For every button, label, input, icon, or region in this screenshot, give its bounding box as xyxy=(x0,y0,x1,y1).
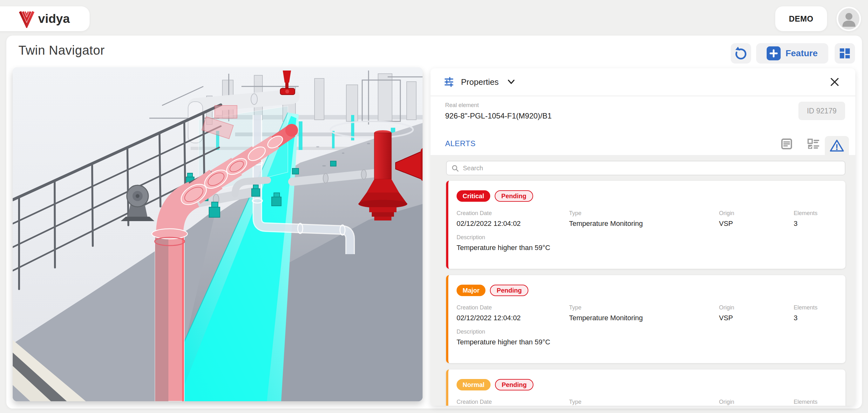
alert-card-normal[interactable]: Normal Pending Creation Date Type Origin… xyxy=(446,370,845,406)
panel-title: Properties xyxy=(461,77,499,87)
description-value: Temperature higher than 59°C xyxy=(457,338,836,346)
severity-badge: Critical xyxy=(457,190,490,202)
twin-3d-scene xyxy=(13,67,423,401)
creation-date-value: 02/12/2022 12:04:02 xyxy=(457,314,569,322)
chevron-down-icon[interactable] xyxy=(507,79,515,86)
severity-badge: Normal xyxy=(457,379,491,390)
properties-panel-header: Properties xyxy=(431,68,855,96)
alert-card-critical[interactable]: Critical Pending Creation Date 02/12/202… xyxy=(446,181,845,269)
demo-button[interactable]: DEMO xyxy=(775,6,827,31)
dashboard-icon xyxy=(838,47,851,60)
origin-value: VSP xyxy=(719,220,794,228)
layout-dashboard-button[interactable] xyxy=(835,43,855,64)
tab-alerts-button[interactable] xyxy=(825,136,849,155)
plus-icon xyxy=(767,46,781,60)
logo-wordmark: vidya xyxy=(38,12,70,26)
tab-checklist-button[interactable] xyxy=(806,136,821,152)
alerts-search xyxy=(446,161,845,176)
creation-date-value: 02/12/2022 12:04:02 xyxy=(457,220,569,228)
status-badge: Pending xyxy=(495,190,533,202)
type-label: Type xyxy=(569,399,719,405)
brand-logo[interactable]: vidya xyxy=(0,6,90,31)
type-label: Type xyxy=(569,304,719,311)
creation-date-label: Creation Date xyxy=(457,399,569,405)
origin-label: Origin xyxy=(719,399,794,405)
elements-value: 3 xyxy=(794,314,836,322)
status-badge: Pending xyxy=(495,379,533,390)
origin-label: Origin xyxy=(719,210,794,217)
twin-3d-viewport[interactable] xyxy=(13,67,423,401)
user-avatar[interactable] xyxy=(837,7,861,31)
properties-panel: Properties Real element 926-8"-PGL-1054-… xyxy=(431,68,855,406)
refresh-button[interactable] xyxy=(731,43,751,64)
person-icon xyxy=(840,10,858,28)
elements-label: Elements xyxy=(794,304,836,311)
type-label: Type xyxy=(569,210,719,217)
type-value: Temperature Monitoring xyxy=(569,220,719,228)
tab-alerts[interactable]: ALERTS xyxy=(445,139,476,148)
close-icon[interactable] xyxy=(830,77,839,87)
origin-label: Origin xyxy=(719,304,794,311)
element-id-badge: ID 92179 xyxy=(799,102,845,120)
real-element-value: 926-8"-PGL-1054-F1(M920)/B1 xyxy=(445,112,845,120)
elements-label: Elements xyxy=(794,210,836,217)
checklist-icon xyxy=(806,137,820,151)
vidya-v-icon xyxy=(19,9,35,28)
panel-tabs-row: ALERTS xyxy=(431,132,855,155)
origin-value: VSP xyxy=(719,314,794,322)
real-element-row: Real element 926-8"-PGL-1054-F1(M920)/B1… xyxy=(431,96,855,132)
tune-icon xyxy=(444,77,454,87)
alerts-list: Critical Pending Creation Date 02/12/202… xyxy=(431,155,855,406)
elements-label: Elements xyxy=(794,399,836,405)
page-title: Twin Navigator xyxy=(19,43,105,58)
creation-date-label: Creation Date xyxy=(457,210,569,217)
elements-value: 3 xyxy=(794,220,836,228)
status-badge: Pending xyxy=(490,285,528,296)
description-label: Description xyxy=(457,234,836,241)
search-icon xyxy=(451,164,459,172)
creation-date-label: Creation Date xyxy=(457,304,569,311)
search-input[interactable] xyxy=(463,165,840,172)
warning-triangle-icon xyxy=(830,139,844,152)
rotate-left-icon xyxy=(734,46,748,60)
severity-badge: Major xyxy=(457,285,486,296)
type-value: Temperature Monitoring xyxy=(569,314,719,322)
alert-card-major[interactable]: Major Pending Creation Date 02/12/2022 1… xyxy=(446,275,845,363)
feature-button-label: Feature xyxy=(785,48,817,59)
real-element-label: Real element xyxy=(445,102,845,109)
description-label: Description xyxy=(457,328,836,335)
tab-details-button[interactable] xyxy=(779,136,794,152)
article-icon xyxy=(780,137,793,151)
add-feature-button[interactable]: Feature xyxy=(756,43,828,64)
description-value: Temperature higher than 59°C xyxy=(457,244,836,252)
